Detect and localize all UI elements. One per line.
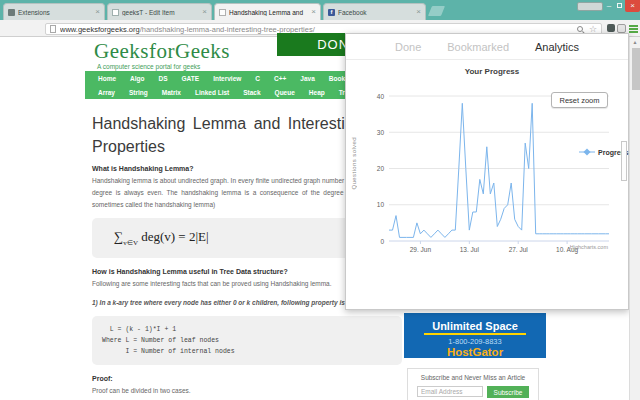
tab-done[interactable]: Done — [395, 41, 421, 53]
extension-popup: Done Bookmarked Analytics Your Progress … — [345, 33, 629, 310]
tab-label: Facebook — [338, 9, 413, 16]
svg-text:29. Jun: 29. Jun — [410, 246, 432, 253]
browser-tab-facebook[interactable]: f Facebook × — [323, 3, 426, 20]
subscribe-row: Subscribe — [412, 386, 534, 398]
minimize-button[interactable]: – — [604, 0, 614, 12]
url-domain: www.geeksforgeeks.org — [60, 25, 140, 34]
nav-item[interactable]: C — [248, 75, 267, 82]
legend-marker-icon — [579, 148, 595, 156]
popup-scrollbar-thumb[interactable] — [621, 141, 627, 181]
code-block: L = (k - 1)*I + 1 Where L = Number of le… — [92, 316, 402, 365]
tab-label: geeksT - Edit Item — [122, 9, 199, 16]
extension-icon[interactable] — [617, 24, 626, 33]
browser-tab-geekst[interactable]: geeksT - Edit Item × — [107, 3, 212, 20]
nav-item[interactable]: Linked List — [188, 89, 236, 96]
nav-item[interactable]: Interview — [206, 75, 248, 82]
nav-item[interactable]: C++ — [267, 75, 293, 82]
formula-sub: v∈V — [123, 239, 138, 247]
puzzle-icon — [8, 9, 15, 16]
maximize-button[interactable] — [614, 0, 624, 12]
scroll-up-icon[interactable]: ▲ — [630, 37, 640, 47]
tab-bookmarked[interactable]: Bookmarked — [447, 41, 509, 53]
nav-item[interactable]: Heap — [302, 89, 332, 96]
window-badge — [577, 2, 603, 11]
svg-text:30: 30 — [377, 129, 385, 136]
maximize-icon — [617, 3, 622, 8]
svg-text:40: 40 — [377, 93, 385, 100]
browser-titlebar: Extensions × geeksT - Edit Item × Handsh… — [0, 0, 640, 20]
svg-text:0: 0 — [380, 238, 384, 245]
reset-zoom-button[interactable]: Reset zoom — [551, 92, 608, 108]
subscribe-heading: Subscribe and Never Miss an Article — [412, 374, 534, 381]
tab-label: Extensions — [18, 9, 92, 16]
extension-icon[interactable] — [607, 24, 615, 32]
scrollbar-thumb[interactable] — [632, 48, 640, 90]
svg-text:13. Jul: 13. Jul — [460, 246, 480, 253]
close-window-button[interactable]: × — [625, 0, 640, 12]
ad-brand: HostGator — [404, 346, 546, 358]
y-axis-title: Questions solved — [351, 137, 357, 189]
tab-label: Handshaking Lemma and — [229, 9, 308, 16]
formula-sum: ∑ — [114, 229, 123, 244]
nav-item[interactable]: String — [122, 89, 155, 96]
nav-item[interactable]: Matrix — [155, 89, 188, 96]
chart-title: Your Progress — [382, 67, 602, 76]
tab-close-icon[interactable]: × — [202, 8, 207, 16]
section-heading: Proof: — [92, 375, 402, 382]
tab-close-icon[interactable]: × — [311, 8, 316, 16]
formula-rest: deg(v) = 2|E| — [138, 229, 209, 244]
facebook-icon: f — [328, 9, 335, 16]
tab-close-icon[interactable]: × — [95, 8, 100, 16]
nav-item[interactable]: Java — [293, 75, 321, 82]
tab-close-icon[interactable]: × — [416, 8, 421, 16]
nav-item[interactable]: Queue — [268, 89, 302, 96]
nav-item[interactable]: Stack — [236, 89, 267, 96]
page-icon — [219, 9, 226, 16]
page-icon — [112, 9, 119, 16]
popup-tab-bar: Done Bookmarked Analytics — [346, 34, 628, 60]
new-tab-button[interactable] — [428, 6, 445, 16]
nav-item[interactable]: Home — [91, 75, 123, 82]
svg-text:20: 20 — [377, 165, 385, 172]
nav-item[interactable]: Algo — [123, 75, 151, 82]
browser-tab-extensions[interactable]: Extensions × — [3, 3, 105, 20]
hostgator-ad[interactable]: Unlimited Space 1-800-209-8833 HostGator — [404, 313, 546, 358]
tab-analytics[interactable]: Analytics — [535, 41, 579, 53]
subscribe-box: Subscribe and Never Miss an Article Subs… — [407, 368, 539, 400]
page-icon — [50, 25, 56, 33]
page-scrollbar[interactable]: ▲ — [629, 37, 640, 400]
search-icon[interactable] — [577, 26, 583, 32]
svg-text:10: 10 — [377, 201, 385, 208]
menu-icon[interactable] — [629, 25, 638, 33]
site-logo[interactable]: GeeksforGeeks — [94, 39, 230, 64]
subscribe-button[interactable]: Subscribe — [487, 386, 529, 398]
nav-item[interactable]: DS — [152, 75, 175, 82]
site-tagline: A computer science portal for geeks — [97, 63, 200, 70]
email-field[interactable] — [417, 386, 483, 397]
nav-item[interactable]: Array — [91, 89, 122, 96]
ad-headline: Unlimited Space — [424, 320, 526, 335]
paragraph: Proof can be divided in two cases. — [92, 385, 402, 397]
nav-item[interactable]: GATE — [175, 75, 207, 82]
chart-credit: Highcharts.com — [536, 244, 608, 250]
svg-text:27. Jul: 27. Jul — [509, 246, 529, 253]
browser-tab-handshaking[interactable]: Handshaking Lemma and × — [214, 3, 321, 20]
fact-text: 1) In a k-ary tree where every node has … — [92, 299, 384, 306]
ad-phone: 1-800-209-8833 — [404, 337, 546, 346]
